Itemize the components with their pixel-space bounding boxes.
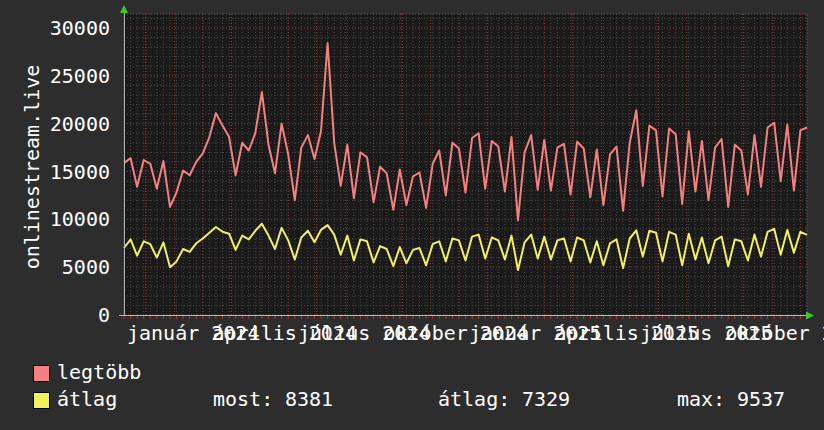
y-tick-label: 10000 [10,209,110,229]
y-tick-label: 0 [10,305,110,325]
stat-max-label: max: [677,388,725,410]
stat-most-value: 8381 [285,388,333,410]
stat-max-value: 9537 [737,388,785,410]
x-axis-arrow-icon [806,312,814,320]
y-tick-label: 5000 [10,257,110,277]
munin-graph: onlinestream.live 0500010000150002000025… [0,0,824,430]
chart-plot-area [0,0,824,345]
y-tick-label: 20000 [10,114,110,134]
legend-swatch-legtobb [33,365,50,382]
y-tick-label: 30000 [10,18,110,38]
stat-most-label: most: [213,388,273,410]
y-axis-arrow-icon [120,5,128,13]
legend-label-legtobb: legtöbb [57,361,141,383]
y-tick-label: 25000 [10,66,110,86]
y-tick-label: 15000 [10,162,110,182]
x-tick-label: október 2025 [726,322,824,344]
legend-label-atlag: átlag [57,388,117,410]
legend-swatch-atlag [33,392,50,409]
stat-atlag-label: átlag: [438,388,510,410]
stat-atlag-value: 7329 [522,388,570,410]
